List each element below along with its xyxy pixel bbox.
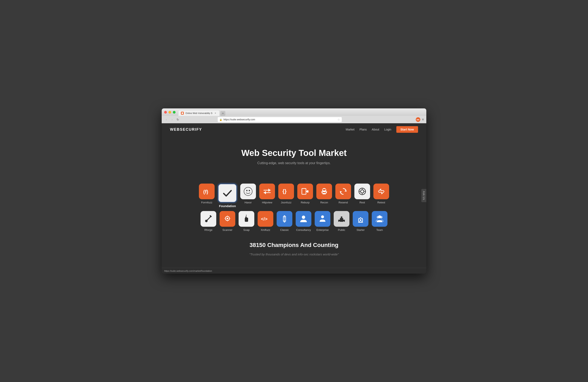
svg-marker-18 — [344, 190, 346, 191]
bookmark-icon[interactable]: ☆ — [337, 118, 340, 121]
svg-point-0 — [182, 112, 183, 114]
champions-section: 38150 Champions And Counting "Trusted by… — [162, 231, 426, 266]
enterprise-label: Enterprise — [316, 228, 329, 231]
consultancy-icon — [296, 211, 311, 227]
tab-bar: Online Web Vulnerability S ✕ + — [178, 108, 225, 116]
tool-retest[interactable]: Retest — [373, 184, 389, 208]
tab-title: Online Web Vulnerability S — [186, 112, 212, 115]
svg-rect-48 — [343, 221, 344, 222]
svg-rect-15 — [322, 192, 322, 193]
tab-close-button[interactable]: ✕ — [214, 112, 217, 115]
jsonfuzz-icon: {} — [278, 184, 294, 199]
profile-icon[interactable]: we — [416, 117, 420, 122]
reburp-icon — [297, 184, 313, 199]
nav-about[interactable]: About — [372, 128, 379, 131]
nav-login[interactable]: Login — [384, 128, 391, 131]
back-button[interactable]: ‹ — [164, 117, 168, 122]
xmlfuzz-label: Xmlfuzz — [261, 228, 270, 231]
new-tab-button[interactable]: + — [220, 111, 225, 116]
nav-plans[interactable]: Plans — [359, 128, 367, 131]
tool-enterprise[interactable]: Enterprise — [315, 211, 330, 231]
champions-quote: "Trusted by thousands of devs and info-s… — [170, 252, 418, 256]
tool-foundation[interactable]: Foundation — [218, 184, 237, 208]
svg-marker-6 — [268, 189, 271, 192]
svg-rect-47 — [339, 221, 340, 222]
hero-title: Web Security Tool Market — [170, 148, 418, 158]
tool-reburp[interactable]: Reburp — [297, 184, 313, 208]
tools-row-1: (f) Formfuzz Foundation — [199, 184, 389, 208]
tools-section: (f) Formfuzz Foundation — [162, 184, 426, 231]
reload-button[interactable]: ↻ — [176, 117, 180, 122]
close-button[interactable] — [164, 111, 167, 114]
hero-section: Web Security Tool Market Cutting-edge, w… — [162, 136, 426, 184]
resend-label: Resend — [339, 201, 348, 204]
start-now-button[interactable]: Start Now — [396, 126, 418, 133]
tool-jsonfuzz[interactable]: {} Jsonfuzz — [278, 184, 294, 208]
soap-label: Soap — [243, 228, 250, 231]
svg-rect-36 — [245, 216, 247, 218]
svg-point-12 — [322, 189, 326, 191]
browser-window: Online Web Vulnerability S ✕ + ‹ › ↻ 🔒 h… — [162, 108, 426, 274]
tool-httpview[interactable]: Httpview — [259, 184, 275, 208]
resend-icon — [335, 184, 351, 199]
logo: WEBSECURIFY — [170, 127, 202, 132]
formfuzz-icon: (f) — [199, 184, 215, 199]
title-bar: Online Web Vulnerability S ✕ + — [162, 108, 426, 116]
forward-button[interactable]: › — [170, 117, 174, 122]
svg-point-21 — [360, 190, 364, 193]
rest-icon — [354, 184, 370, 199]
tool-haxor[interactable]: Haxor — [240, 184, 256, 208]
hero-subtitle: Cutting-edge, web security tools at your… — [170, 161, 418, 165]
tool-starter[interactable]: Starter — [353, 211, 368, 231]
retest-label: Retest — [377, 201, 385, 204]
tool-scanner[interactable]: Scanner — [220, 211, 235, 231]
tool-resend[interactable]: Resend — [335, 184, 351, 208]
maximize-button[interactable] — [173, 111, 175, 114]
team-label: Team — [376, 228, 383, 231]
svg-rect-35 — [245, 218, 248, 222]
haxor-icon — [240, 184, 256, 199]
champions-title: 38150 Champions And Counting — [170, 242, 418, 248]
tool-classic[interactable]: Classic — [277, 211, 292, 231]
svg-marker-19 — [340, 191, 342, 193]
tools-row-2: Rforge Scanner — [201, 211, 387, 231]
tool-team[interactable]: Team — [372, 211, 387, 231]
rest-label: Rest — [359, 201, 365, 204]
tool-rforge[interactable]: Rforge — [201, 211, 216, 231]
url-bar[interactable]: 🔒 https://suite.websecurify.com ☆ — [218, 117, 342, 122]
public-label: Public — [338, 228, 345, 231]
svg-marker-8 — [264, 191, 266, 194]
svg-point-2 — [244, 187, 252, 195]
svg-rect-10 — [302, 189, 306, 194]
classic-label: Classic — [280, 228, 289, 231]
main-nav: WEBSECURIFY Market Plans About Login Sta… — [162, 123, 426, 136]
ssl-icon: 🔒 — [219, 118, 222, 121]
tool-recon[interactable]: Recon — [316, 184, 332, 208]
menu-icon[interactable]: ≡ — [422, 118, 424, 121]
svg-text:(f): (f) — [203, 189, 208, 194]
browser-tab[interactable]: Online Web Vulnerability S ✕ — [178, 110, 220, 116]
tool-xmlfuzz[interactable]: </> Xmlfuzz — [258, 211, 273, 231]
tool-formfuzz[interactable]: (f) Formfuzz — [199, 184, 215, 208]
svg-point-43 — [321, 215, 324, 218]
rforge-icon — [201, 211, 216, 227]
tool-public[interactable]: Public — [334, 211, 349, 231]
consultancy-label: Consultancy — [296, 228, 311, 231]
nav-market[interactable]: Market — [346, 128, 355, 131]
ask-us-widget[interactable]: Ask Us — [421, 189, 426, 202]
tool-rest[interactable]: Rest — [354, 184, 370, 208]
rforge-label: Rforge — [204, 228, 212, 231]
foundation-icon — [218, 184, 237, 203]
svg-point-57 — [378, 215, 381, 218]
minimize-button[interactable] — [168, 111, 171, 114]
tool-consultancy[interactable]: Consultancy — [296, 211, 311, 231]
nav-links: Market Plans About Login Start Now — [346, 126, 418, 133]
svg-point-27 — [205, 220, 208, 222]
xmlfuzz-icon: </> — [258, 211, 273, 227]
svg-line-53 — [362, 218, 363, 219]
starter-label: Starter — [357, 228, 364, 231]
tab-favicon — [181, 112, 184, 115]
tool-soap[interactable]: Soap — [239, 211, 254, 231]
soap-icon — [239, 211, 254, 227]
svg-rect-46 — [341, 216, 342, 218]
